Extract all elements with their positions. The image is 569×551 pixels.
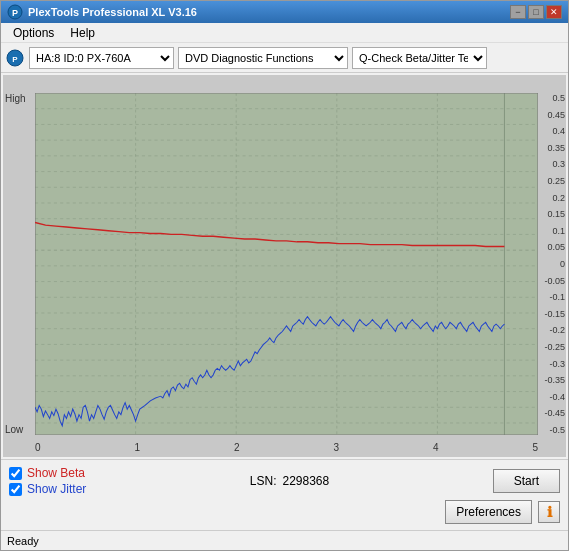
test-select[interactable]: Q-Check Beta/Jitter Test	[352, 47, 487, 69]
main-window: P PlexTools Professional XL V3.16 − □ ✕ …	[0, 0, 569, 551]
info-button[interactable]: ℹ	[538, 501, 560, 523]
show-jitter-checkbox[interactable]	[9, 483, 22, 496]
show-beta-label: Show Beta	[27, 466, 85, 480]
bottom-row1: Show Beta Show Jitter LSN: 2298368 Start	[9, 466, 560, 496]
menu-bar: Options Help	[1, 23, 568, 43]
menu-help[interactable]: Help	[62, 24, 103, 42]
svg-text:P: P	[12, 55, 18, 64]
drive-select[interactable]: HA:8 ID:0 PX-760A	[29, 47, 174, 69]
checkboxes: Show Beta Show Jitter	[9, 466, 86, 496]
svg-rect-4	[35, 93, 538, 435]
minimize-button[interactable]: −	[510, 5, 526, 19]
menu-options[interactable]: Options	[5, 24, 62, 42]
svg-text:P: P	[12, 8, 18, 18]
y-axis-right: 0.5 0.45 0.4 0.35 0.3 0.25 0.2 0.15 0.1 …	[539, 93, 565, 435]
function-select[interactable]: DVD Diagnostic Functions	[178, 47, 348, 69]
window-title: PlexTools Professional XL V3.16	[28, 6, 197, 18]
title-bar-left: P PlexTools Professional XL V3.16	[7, 4, 197, 20]
close-button[interactable]: ✕	[546, 5, 562, 19]
toolbar: P HA:8 ID:0 PX-760A DVD Diagnostic Funct…	[1, 43, 568, 73]
chart-area: High Low	[3, 75, 566, 457]
start-button[interactable]: Start	[493, 469, 560, 493]
status-text: Ready	[7, 535, 39, 547]
lsn-value: 2298368	[282, 474, 329, 488]
lsn-area: LSN: 2298368	[250, 474, 329, 488]
title-buttons: − □ ✕	[510, 5, 562, 19]
bottom-panel: Show Beta Show Jitter LSN: 2298368 Start…	[1, 459, 568, 530]
title-bar: P PlexTools Professional XL V3.16 − □ ✕	[1, 1, 568, 23]
lsn-label: LSN:	[250, 474, 277, 488]
chart-svg	[35, 93, 538, 435]
drive-icon: P	[5, 48, 25, 68]
app-icon: P	[7, 4, 23, 20]
show-jitter-label: Show Jitter	[27, 482, 86, 496]
chart-inner: 0.5 0.45 0.4 0.35 0.3 0.25 0.2 0.15 0.1 …	[35, 93, 538, 435]
show-jitter-item: Show Jitter	[9, 482, 86, 496]
x-axis: 0 1 2 3 4 5	[35, 442, 538, 453]
bottom-row2: Preferences ℹ	[9, 500, 560, 524]
maximize-button[interactable]: □	[528, 5, 544, 19]
show-beta-checkbox[interactable]	[9, 467, 22, 480]
y-label-high: High	[5, 93, 26, 104]
preferences-button[interactable]: Preferences	[445, 500, 532, 524]
y-label-low: Low	[5, 424, 23, 435]
status-bar: Ready	[1, 530, 568, 550]
show-beta-item: Show Beta	[9, 466, 86, 480]
